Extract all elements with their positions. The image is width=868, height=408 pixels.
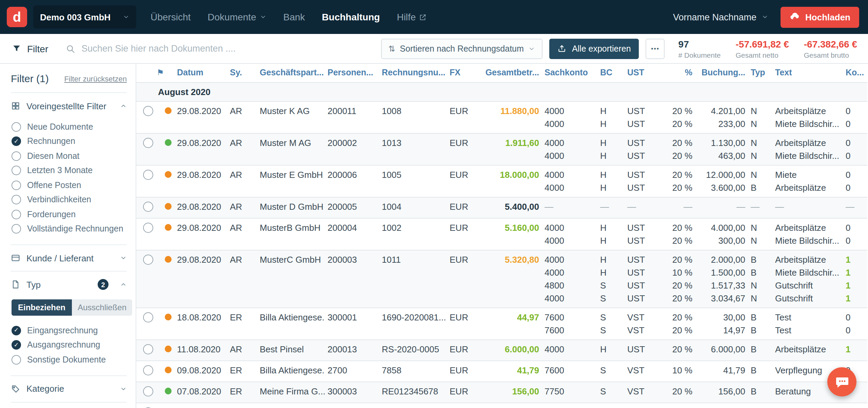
table-row[interactable]: 09.08.2020ERBilla Aktiengese...27007858E…: [136, 360, 867, 382]
app-logo[interactable]: d: [7, 7, 27, 27]
section-category-header[interactable]: Kategorie: [11, 376, 127, 402]
table-row[interactable]: 29.08.2020ARMusterC GmbH2000031011EUR5.3…: [136, 250, 867, 308]
column-header-1[interactable]: Sy.: [227, 64, 257, 82]
count-cell: 1: [843, 292, 867, 308]
count-cell: 1: [843, 250, 867, 266]
export-button[interactable]: Alle exportieren: [550, 38, 639, 59]
table-row[interactable]: 29.08.2020ARMusterB GmbH2000041002EUR5.1…: [136, 218, 867, 250]
nav-item-4[interactable]: Hilfe: [397, 12, 427, 22]
include-tab[interactable]: Einbeziehen: [12, 299, 72, 316]
nav-item-1[interactable]: Dokumente: [208, 12, 266, 22]
more-button[interactable]: •••: [646, 38, 665, 59]
checked-circle-icon[interactable]: ✓: [12, 340, 21, 350]
unchecked-circle-icon[interactable]: [12, 355, 21, 365]
nav-item-0[interactable]: Übersicht: [151, 12, 191, 22]
row-select-radio[interactable]: [143, 254, 153, 264]
unchecked-circle-icon[interactable]: [12, 181, 21, 190]
user-menu[interactable]: Vorname Nachname: [673, 12, 768, 22]
unchecked-circle-icon[interactable]: [12, 195, 21, 205]
unchecked-circle-icon[interactable]: [12, 210, 21, 219]
unchecked-circle-icon[interactable]: [12, 166, 21, 175]
export-icon: [558, 44, 567, 53]
unchecked-circle-icon[interactable]: [12, 224, 21, 234]
section-steps-header[interactable]: Arbeitsschritte: [11, 402, 127, 408]
column-header-7[interactable]: Sachkonto: [542, 64, 597, 82]
account-cell: 7750: [542, 382, 597, 403]
preset-item-4[interactable]: Offene Posten: [12, 178, 127, 192]
table-row[interactable]: 07.08.2020ERMeine Firma G...300003RE0123…: [136, 382, 867, 403]
nav-item-label: Dokumente: [208, 12, 256, 22]
table-row[interactable]: 29.08.2020ARMuster M AG2000021013EUR1.91…: [136, 133, 867, 165]
search-input[interactable]: [81, 43, 370, 54]
vat-type-cell: UST: [625, 339, 654, 360]
preset-item-5[interactable]: Verbindlichkeiten: [12, 192, 127, 207]
column-header-12[interactable]: Typ: [748, 64, 772, 82]
row-select-radio[interactable]: [143, 386, 153, 396]
preset-item-6[interactable]: Forderungen: [12, 207, 127, 222]
table-row[interactable]: 29.08.2020ARMuster E GmbH2000061005EUR18…: [136, 165, 867, 197]
table-row[interactable]: 29.08.2020ARMuster K AG2000111008EUR11.8…: [136, 101, 867, 133]
status-dot-icon: [165, 171, 172, 178]
preset-item-2[interactable]: Diesen Monat: [12, 149, 127, 163]
section-presets-header[interactable]: Voreingestellte Filter: [11, 93, 127, 119]
table-row[interactable]: 18.08.2020ERBilla Aktiengese...300001169…: [136, 308, 867, 339]
unchecked-circle-icon[interactable]: [12, 151, 21, 161]
table-row[interactable]: 29.08.2020ARMuster D GmbH2000051004EUR5.…: [136, 197, 867, 218]
type-item-2[interactable]: Sonstige Dokumente: [12, 352, 127, 367]
booking-text-cell: Arbeitsplätze: [772, 181, 843, 197]
column-header-6[interactable]: Gesamtbetr...: [477, 64, 542, 82]
column-header-4[interactable]: Rechnungsnu...: [379, 64, 447, 82]
exclude-tab[interactable]: Ausschließen: [72, 299, 132, 316]
row-select-radio[interactable]: [143, 222, 153, 233]
chevron-down-icon: [259, 14, 266, 20]
row-select-radio[interactable]: [143, 201, 153, 211]
type-item-1[interactable]: ✓Ausgangsrechnung: [12, 338, 127, 352]
table-row[interactable]: 11.08.2020ARBest Pinsel200013RS-2020-000…: [136, 339, 867, 360]
chat-button[interactable]: [827, 367, 856, 396]
column-header-14[interactable]: Ko...: [843, 64, 867, 82]
row-select-radio[interactable]: [143, 106, 153, 116]
booking-amount-cell: 463,00: [695, 149, 748, 165]
system-cell: AR: [227, 339, 257, 360]
section-partner-header[interactable]: Kunde / Lieferant: [11, 245, 127, 271]
column-header-8[interactable]: BC: [597, 64, 625, 82]
type-item-label: Eingangsrechnung: [27, 326, 98, 335]
section-type-header[interactable]: Typ 2: [11, 272, 127, 297]
checked-circle-icon[interactable]: ✓: [12, 137, 21, 146]
column-header-13[interactable]: Text: [772, 64, 843, 82]
preset-item-7[interactable]: Vollständige Rechnungen: [12, 222, 127, 236]
status-dot-icon: [165, 387, 172, 394]
flag-column-header[interactable]: ⚑: [136, 64, 174, 82]
row-select-radio[interactable]: [143, 365, 153, 375]
column-header-2[interactable]: Geschäftspart...: [257, 64, 325, 82]
row-select-radio[interactable]: [143, 344, 153, 354]
column-header-3[interactable]: Personen...: [325, 64, 379, 82]
booking-amount-cell: 3.034,67: [695, 292, 748, 308]
company-selector[interactable]: Demo 003 GmbH: [33, 5, 136, 29]
nav-item-3[interactable]: Buchhaltung: [322, 12, 380, 22]
column-header-10[interactable]: %: [654, 64, 695, 82]
vat-percent-cell: 20 %: [654, 339, 695, 360]
row-select-radio[interactable]: [143, 137, 153, 148]
column-header-5[interactable]: FX: [447, 64, 477, 82]
table-row[interactable]: —07.08.2020ERMuster D GmbH30002410004EUR…: [136, 403, 867, 408]
row-select-radio[interactable]: [143, 312, 153, 322]
filter-toggle[interactable]: Filter: [12, 43, 48, 54]
preset-item-1[interactable]: ✓Rechnungen: [12, 134, 127, 149]
partner-cell: MusterB GmbH: [257, 218, 325, 250]
column-header-9[interactable]: UST: [625, 64, 654, 82]
account-cell: 7600: [542, 360, 597, 382]
sort-button[interactable]: ⇅ Sortieren nach Rechnungsdatum: [381, 38, 543, 59]
checked-circle-icon[interactable]: ✓: [12, 326, 21, 335]
upload-button[interactable]: Hochladen: [780, 6, 859, 27]
preset-item-3[interactable]: Letzten 3 Monate: [12, 163, 127, 178]
unchecked-circle-icon[interactable]: [12, 122, 21, 132]
reset-filters-link[interactable]: Filter zurücksetzen: [64, 74, 127, 82]
nav-item-2[interactable]: Bank: [283, 12, 305, 22]
column-header-11[interactable]: Buchung...: [695, 64, 748, 82]
row-select-radio[interactable]: [143, 169, 153, 180]
column-header-0[interactable]: Datum: [174, 64, 227, 82]
preset-item-0[interactable]: Neue Dokumente: [12, 119, 127, 134]
top-nav-right: Vorname Nachname Hochladen: [673, 6, 859, 27]
type-item-0[interactable]: ✓Eingangsrechnung: [12, 323, 127, 338]
